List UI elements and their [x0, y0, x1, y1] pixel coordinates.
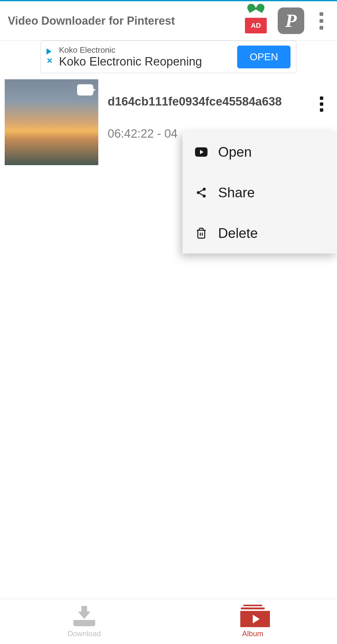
pinterest-logo: P	[285, 10, 297, 32]
ad-gift-icon[interactable]: AD	[243, 8, 268, 33]
menu-item-open[interactable]: Open	[183, 132, 337, 172]
ad-close-icon[interactable]: ✕	[46, 57, 53, 65]
video-filename: d164cb111fe0934fce45584a638	[108, 95, 323, 108]
app-header: Video Downloader for Pinterest AD P	[0, 1, 337, 41]
app-title: Video Downloader for Pinterest	[8, 14, 243, 27]
header-actions: AD P	[243, 7, 329, 34]
pinterest-icon[interactable]: P	[278, 7, 304, 34]
svg-point-1	[197, 191, 200, 194]
trash-icon	[195, 227, 208, 239]
nav-download-label: Download	[68, 629, 101, 638]
ad-badge-text: AD	[251, 22, 261, 30]
menu-delete-label: Delete	[218, 225, 258, 241]
play-icon	[195, 146, 208, 158]
svg-point-2	[203, 194, 206, 198]
ad-content: Koko Electronic Koko Electronic Reopenin…	[59, 45, 231, 68]
album-icon	[240, 605, 265, 627]
menu-open-label: Open	[218, 144, 252, 160]
more-options-icon[interactable]	[314, 12, 329, 30]
share-icon	[195, 186, 208, 199]
bottom-navigation: Download Album	[0, 599, 337, 644]
nav-album-label: Album	[242, 629, 263, 638]
context-menu: Open Share Delete	[183, 132, 337, 253]
video-badge-icon	[77, 84, 93, 96]
menu-item-delete[interactable]: Delete	[183, 213, 337, 253]
item-more-icon[interactable]	[317, 96, 326, 112]
svg-point-0	[203, 188, 206, 191]
nav-download[interactable]: Download	[0, 599, 168, 644]
ad-title: Koko Electronic Reopening	[59, 55, 231, 68]
gift-bow-icon	[247, 4, 265, 13]
gift-box-icon: AD	[245, 18, 267, 33]
ad-banner[interactable]: ✕ Koko Electronic Koko Electronic Reopen…	[41, 41, 296, 73]
video-thumbnail	[5, 79, 98, 165]
nav-album[interactable]: Album	[168, 599, 337, 644]
ad-subtitle: Koko Electronic	[59, 45, 231, 55]
ad-open-button[interactable]: OPEN	[237, 46, 291, 68]
menu-share-label: Share	[218, 185, 255, 200]
ad-marker-icon: ✕	[46, 48, 53, 65]
menu-item-share[interactable]: Share	[183, 172, 337, 213]
ad-play-icon	[46, 48, 53, 55]
download-icon	[72, 605, 97, 627]
